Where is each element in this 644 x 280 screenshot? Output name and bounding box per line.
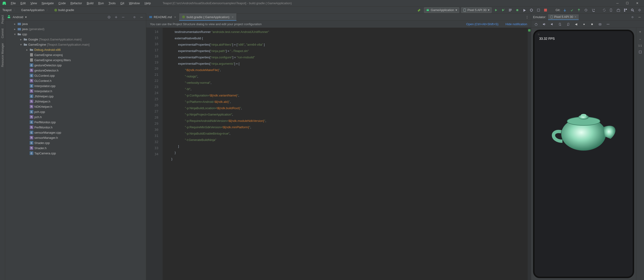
tree-node[interactable]: csensorManager.cpp (5, 130, 146, 135)
overview-button[interactable]: ■ (590, 22, 595, 27)
editor-tab[interactable]: README.md× (146, 14, 179, 21)
menu-help[interactable]: Help (142, 1, 153, 6)
tree-node[interactable]: GameEngine.vcxproj (5, 52, 146, 57)
stop-button[interactable] (543, 8, 548, 13)
tree-node[interactable]: ▾GameEngine [Teapot.GameApplication.main… (5, 42, 146, 47)
error-stripe[interactable] (528, 28, 531, 280)
menu-git[interactable]: Git (118, 1, 127, 6)
editor-tabs-more-button[interactable]: ⋮ (523, 14, 531, 21)
tree-node[interactable]: cGLContext.cpp (5, 73, 146, 78)
breadcrumb-1[interactable]: GameApplication (19, 7, 52, 14)
tree-node[interactable]: ▸Debug.Android-x86 (5, 47, 146, 52)
menu-navigate[interactable]: Navigate (39, 1, 56, 6)
resource-manager-button[interactable] (623, 8, 628, 13)
menu-code[interactable]: Code (56, 1, 68, 6)
tree-node[interactable]: cPerfMonitor.cpp (5, 120, 146, 125)
breadcrumb-2[interactable]: build.gradle (52, 7, 78, 14)
rotate-left-button[interactable] (558, 22, 563, 27)
line-number-gutter[interactable]: 1415161718192021222324252627282930313233… (146, 28, 163, 280)
notification-hide-link[interactable]: Hide notification (506, 22, 528, 26)
volume-up-button[interactable] (542, 22, 547, 27)
tree-node[interactable]: hJNIHelper.h (5, 99, 146, 104)
tree-node[interactable]: ▸java (5, 21, 146, 26)
build-hammer-icon[interactable] (417, 8, 422, 13)
emulator-settings-button[interactable] (630, 15, 635, 20)
select-run-button[interactable] (508, 8, 513, 13)
resource-manager-tool-tab[interactable]: Resource Manager (1, 43, 4, 67)
git-revert-button[interactable] (590, 8, 596, 13)
apply-changes-button[interactable] (501, 8, 506, 13)
emulator-device-tab[interactable]: Pixel 5 API 30 × (548, 14, 579, 20)
power-button[interactable] (534, 22, 539, 27)
coverage-button[interactable] (522, 8, 527, 13)
menu-view[interactable]: View (28, 1, 39, 6)
expand-all-button[interactable] (114, 15, 119, 20)
tree-node[interactable]: hInterpolator.h (5, 89, 146, 94)
tree-node[interactable]: cTapCamera.cpp (5, 151, 146, 156)
profile-button[interactable] (529, 8, 534, 13)
zoom-in-button[interactable]: ＋ (638, 29, 643, 34)
device-dropdown[interactable]: Pixel 5 API 30 ▾ (461, 7, 492, 13)
commit-tool-tab[interactable]: Commit (1, 29, 4, 38)
project-tree[interactable]: ▸java▸java (generated)▾cpp▸Google [Teapo… (5, 21, 146, 280)
window-minimize-button[interactable]: ─ (612, 0, 622, 7)
tree-node[interactable]: hShader.h (5, 145, 146, 151)
project-tool-tab[interactable]: Project (1, 15, 4, 24)
run-config-dropdown[interactable]: GameApplication ▾ (424, 7, 459, 13)
hide-emulator-button[interactable]: ─ (637, 15, 642, 20)
sdk-manager-button[interactable] (616, 8, 621, 13)
zoom-reset-button[interactable]: 1:1 (638, 44, 642, 47)
notification-open-link[interactable]: Open (Ctrl+Alt+Shift+S) (466, 22, 498, 26)
screenshot-button[interactable] (598, 22, 603, 27)
home-button[interactable]: ● (582, 22, 587, 27)
menu-window[interactable]: Window (127, 1, 142, 6)
tree-node[interactable]: hPerfMonitor.h (5, 125, 146, 130)
project-view-label[interactable]: Android (13, 15, 23, 19)
collapse-all-button[interactable] (120, 15, 126, 20)
run-button[interactable] (494, 8, 499, 13)
tree-node[interactable]: ▸java (generated) (5, 26, 146, 32)
menu-build[interactable]: Build (84, 1, 96, 6)
debug-button[interactable] (515, 8, 520, 13)
menu-refactor[interactable]: Refactor (68, 1, 84, 6)
device-frame[interactable]: 33.32 FPS (533, 30, 634, 278)
back-button[interactable]: ◀ (574, 22, 579, 27)
settings-button[interactable] (637, 8, 642, 13)
menu-tools[interactable]: Tools (106, 1, 118, 6)
avd-manager-button[interactable] (609, 8, 614, 13)
menu-file[interactable]: File (8, 1, 18, 6)
window-close-button[interactable]: ✕ (632, 0, 642, 7)
tree-node[interactable]: ▾cpp (5, 32, 146, 37)
editor-tab[interactable]: build.gradle (:GameApplication)× (179, 14, 237, 21)
attach-debugger-button[interactable] (536, 8, 541, 13)
select-opened-file-button[interactable] (106, 15, 112, 20)
tree-node[interactable]: hpch.h (5, 114, 146, 120)
tree-node[interactable]: cInterpolator.cpp (5, 83, 146, 89)
sync-project-button[interactable] (602, 8, 607, 13)
tree-node[interactable]: cJNIHelper.cpp (5, 94, 146, 99)
extended-controls-button[interactable] (606, 22, 610, 27)
git-push-button[interactable] (576, 8, 582, 13)
zoom-out-button[interactable]: － (638, 37, 643, 42)
zoom-fit-button[interactable] (638, 49, 643, 55)
tree-node[interactable]: hsensorManager.h (5, 135, 146, 140)
tree-node[interactable]: cgestureDetector.cpp (5, 63, 146, 68)
git-update-button[interactable] (562, 8, 568, 13)
menu-run[interactable]: Run (96, 1, 106, 6)
tree-node[interactable]: hGLContext.h (5, 78, 146, 83)
tree-node[interactable]: hgestureDetector.h (5, 68, 146, 73)
menu-edit[interactable]: Edit (18, 1, 28, 6)
git-history-button[interactable] (583, 8, 588, 13)
breadcrumb-0[interactable]: Teapot (0, 7, 19, 14)
git-commit-button[interactable] (569, 8, 574, 13)
tree-node[interactable]: hNDKHelper.h (5, 104, 146, 109)
close-tab-icon[interactable]: × (575, 15, 576, 19)
pane-settings-button[interactable] (132, 15, 137, 20)
volume-down-button[interactable] (550, 22, 555, 27)
rotate-right-button[interactable] (566, 22, 571, 27)
close-tab-icon[interactable]: × (174, 15, 176, 19)
close-tab-icon[interactable]: × (232, 15, 234, 19)
tree-node[interactable]: GameEngine.vcxproj.filters (5, 57, 146, 63)
tree-node[interactable]: ▸Google [Teapot.GameApplication.main] (5, 37, 146, 42)
tree-node[interactable]: cShader.cpp (5, 140, 146, 145)
